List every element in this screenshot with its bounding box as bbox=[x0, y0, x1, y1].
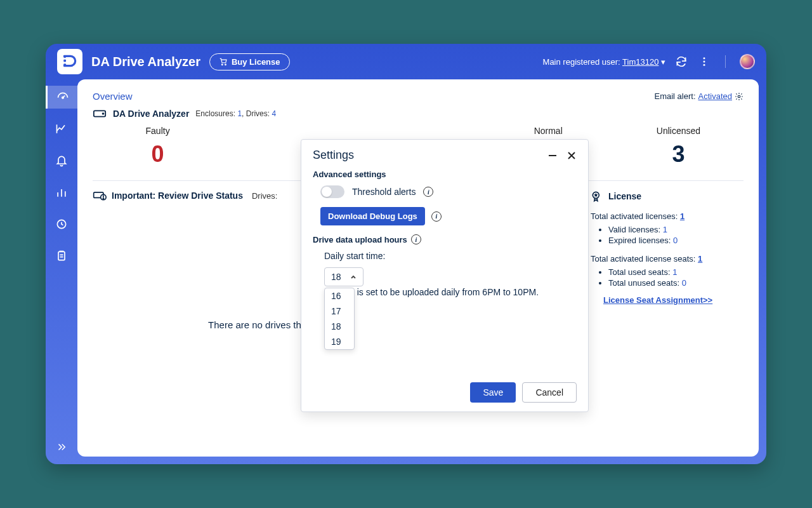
page-title: Overview bbox=[93, 91, 133, 102]
cart-icon bbox=[219, 57, 228, 66]
svg-point-11 bbox=[738, 95, 740, 98]
threshold-toggle[interactable] bbox=[320, 185, 344, 198]
hour-option[interactable]: 16 bbox=[325, 288, 354, 304]
drive-icon bbox=[93, 108, 107, 119]
email-alert-status: Email alert: Activated bbox=[654, 91, 743, 101]
app-title: DA Drive Analyzer bbox=[91, 55, 200, 69]
hour-option[interactable]: 18 bbox=[325, 319, 354, 334]
info-icon[interactable]: i bbox=[423, 187, 433, 197]
total-seats: Total activated license seats: 1 bbox=[591, 254, 743, 264]
license-badge-icon bbox=[591, 190, 603, 203]
chevron-double-right-icon bbox=[56, 441, 67, 453]
sidebar-item-alerts[interactable] bbox=[46, 149, 77, 172]
refresh-button[interactable] bbox=[674, 55, 688, 69]
gauge-icon bbox=[56, 91, 69, 104]
minimize-button[interactable] bbox=[547, 150, 558, 161]
total-seats-value[interactable]: 1 bbox=[698, 254, 702, 264]
app-logo bbox=[57, 49, 82, 74]
buy-license-button[interactable]: Buy License bbox=[209, 53, 290, 70]
drive-alert-icon bbox=[93, 190, 107, 201]
hour-option[interactable]: 17 bbox=[325, 304, 354, 319]
svg-point-6 bbox=[704, 61, 705, 63]
sidebar-item-overview[interactable] bbox=[46, 86, 77, 109]
svg-point-8 bbox=[62, 97, 63, 99]
hour-option[interactable]: 19 bbox=[325, 334, 354, 349]
upload-schedule-text: a is set to be uploaded daily from 6PM t… bbox=[350, 287, 539, 297]
sidebar-item-reports[interactable] bbox=[46, 181, 77, 204]
threshold-label: Threshold alerts bbox=[352, 187, 416, 197]
license-seat-assignment-link[interactable]: License Seat Assignment>> bbox=[603, 295, 712, 305]
daily-start-label: Daily start time: bbox=[324, 251, 577, 261]
advanced-settings-label: Advanced settings bbox=[313, 170, 577, 179]
save-button[interactable]: Save bbox=[470, 382, 516, 403]
close-icon bbox=[566, 150, 577, 161]
review-subtext: Drives: bbox=[252, 191, 277, 201]
titlebar-separator bbox=[725, 55, 726, 68]
device-name: DA Drive Analyzer bbox=[113, 109, 189, 119]
sidebar-item-history[interactable] bbox=[46, 213, 77, 236]
svg-point-4 bbox=[225, 64, 226, 65]
svg-point-5 bbox=[704, 57, 705, 59]
clock-icon bbox=[55, 218, 68, 231]
svg-point-13 bbox=[103, 113, 104, 114]
enclosure-drive-count: Enclosures: 1, Drives: 4 bbox=[195, 109, 276, 118]
email-alert-link[interactable]: Activated bbox=[698, 91, 732, 101]
svg-rect-1 bbox=[63, 60, 66, 62]
avatar[interactable] bbox=[740, 54, 755, 69]
svg-rect-2 bbox=[63, 64, 66, 66]
titlebar: DA Drive Analyzer Buy License Main regis… bbox=[46, 44, 766, 79]
chevron-up-icon bbox=[350, 274, 357, 280]
sidebar bbox=[46, 79, 77, 464]
settings-modal: Settings Advanced settings Threshold ale… bbox=[301, 139, 589, 412]
gear-icon[interactable] bbox=[735, 92, 743, 101]
stat-unlicensed[interactable]: Unlicensed 3 bbox=[613, 126, 743, 168]
app-window: DA Drive Analyzer Buy License Main regis… bbox=[46, 44, 766, 464]
start-hour-value: 18 bbox=[331, 272, 341, 282]
info-icon[interactable]: i bbox=[411, 234, 421, 244]
stat-faulty[interactable]: Faulty 0 bbox=[93, 126, 223, 168]
user-name-link[interactable]: Tim13120 bbox=[622, 57, 658, 67]
start-hour-dropdown: 16 17 18 19 bbox=[324, 288, 355, 350]
more-menu-button[interactable] bbox=[697, 55, 711, 69]
minimize-icon bbox=[547, 150, 558, 161]
used-seats: Total used seats: 1 bbox=[608, 267, 743, 277]
valid-licenses: Valid licenses: 1 bbox=[608, 225, 743, 234]
total-activated-licenses: Total activated licenses: 1 bbox=[591, 211, 743, 221]
expired-licenses: Expired licenses: 0 bbox=[608, 236, 743, 245]
unused-seats: Total unused seats: 0 bbox=[608, 278, 743, 288]
svg-rect-18 bbox=[549, 155, 556, 156]
svg-rect-0 bbox=[63, 55, 66, 58]
bell-icon bbox=[55, 154, 68, 167]
svg-point-3 bbox=[221, 64, 223, 65]
sidebar-item-logs[interactable] bbox=[46, 244, 77, 267]
start-hour-select[interactable]: 18 bbox=[324, 267, 363, 286]
app-body: Overview Email alert: Activated DA Drive… bbox=[46, 79, 766, 464]
svg-point-16 bbox=[103, 198, 103, 199]
total-activated-value[interactable]: 1 bbox=[680, 211, 684, 221]
bar-chart-icon bbox=[55, 186, 68, 199]
download-debug-logs-button[interactable]: Download Debug Logs bbox=[320, 207, 425, 225]
caret-down-icon: ▾ bbox=[658, 57, 665, 67]
svg-point-7 bbox=[704, 64, 705, 66]
clipboard-icon bbox=[55, 250, 68, 262]
info-icon[interactable]: i bbox=[431, 211, 442, 222]
license-heading: License bbox=[608, 191, 641, 201]
modal-title: Settings bbox=[313, 149, 547, 162]
sidebar-expand-button[interactable] bbox=[46, 438, 77, 457]
upload-hours-label: Drive data upload hours bbox=[313, 235, 407, 244]
content-panel: Overview Email alert: Activated DA Drive… bbox=[77, 79, 759, 457]
device-summary-header: DA Drive Analyzer Enclosures: 1, Drives:… bbox=[93, 108, 743, 119]
cancel-button[interactable]: Cancel bbox=[522, 382, 577, 403]
user-label[interactable]: Main registered user: Tim13120 ▾ bbox=[543, 57, 665, 67]
close-button[interactable] bbox=[566, 150, 577, 161]
license-panel: License Total activated licenses: 1 Vali… bbox=[579, 190, 743, 330]
sidebar-item-analytics[interactable] bbox=[46, 117, 77, 140]
buy-license-label: Buy License bbox=[232, 57, 280, 67]
review-title: Important: Review Drive Status bbox=[112, 190, 243, 201]
svg-rect-10 bbox=[58, 251, 65, 260]
chart-line-icon bbox=[55, 123, 68, 135]
